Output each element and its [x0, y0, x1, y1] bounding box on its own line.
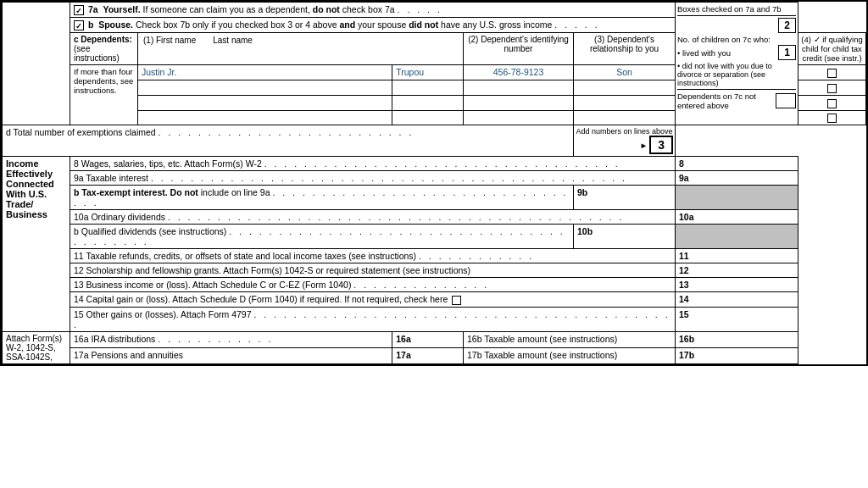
- exemptions-label: [3, 3, 70, 125]
- line9b-result: [676, 186, 798, 210]
- dep3-id: [464, 95, 574, 110]
- line16a-num: 16a: [392, 332, 464, 348]
- line14-checkbox[interactable]: [452, 296, 461, 305]
- add-numbers-value: 3: [649, 136, 673, 154]
- dep-col3-header: (3) Dependent's relationship to you: [574, 33, 676, 65]
- line9b-text: b Tax-exempt interest. Do not include on…: [70, 186, 574, 210]
- dep4-qualify-checkbox[interactable]: [798, 110, 866, 125]
- line17a-text: 17a Pensions and annuities: [70, 348, 392, 364]
- line10a-num: 10a: [676, 210, 798, 225]
- if-more-label: If more than four dependents, see instru…: [70, 65, 138, 125]
- d-label: d Total number of exemptions claimed: [6, 127, 156, 137]
- dep1-relationship: Son: [574, 65, 676, 80]
- boxes-checked-label: Boxes checked on 7a and 7b: [677, 4, 796, 16]
- income-label: Income Effectively Connected With U.S. T…: [3, 157, 70, 332]
- dep-col4-header: (4) ✓ if qualifying child for child tax …: [798, 33, 866, 65]
- dep3-qualify-checkbox[interactable]: [798, 95, 866, 110]
- 7b-label: b: [88, 19, 93, 30]
- line8-num: 8: [676, 157, 798, 171]
- dep2-id: [464, 80, 574, 96]
- dots-7b: . . . . .: [554, 19, 599, 30]
- line16a-text: 16a IRA distributions . . . . . . . . . …: [70, 332, 392, 348]
- boxes-checked-value: 2: [778, 18, 796, 33]
- 7a-checkbox[interactable]: [74, 5, 84, 15]
- line9a-text: 9a Taxable interest . . . . . . . . . . …: [70, 171, 676, 186]
- line16b-text: 16b Taxable amount (see instructions): [464, 332, 676, 348]
- lived-with-label: • lived with you: [677, 48, 731, 58]
- dep1-id: 456-78-9123: [464, 65, 574, 80]
- lived-with-value: 1: [778, 45, 796, 60]
- line13-text: 13 Business income or (loss). Attach Sch…: [70, 278, 676, 292]
- dep3-lastname: [392, 95, 464, 110]
- dep4-relationship: [574, 110, 676, 125]
- not-live-label: • did not live with you due to divorce o…: [677, 62, 796, 90]
- line12-text: 12 Scholarship and fellowship grants. At…: [70, 263, 676, 278]
- dep-col2-header: (2) Dependent's identifying number: [464, 33, 574, 65]
- 7a-description: If someone can claim you as a dependent,…: [143, 4, 395, 14]
- dep1-firstname: Justin Jr.: [138, 65, 392, 80]
- 7a-yourself-text: Yourself.: [103, 4, 140, 14]
- dep2-relationship: [574, 80, 676, 96]
- line10b-input-label: 10b: [574, 225, 676, 249]
- line16b-num: 16b: [676, 332, 798, 348]
- dep3-firstname: [138, 95, 392, 110]
- line13-num: 13: [676, 278, 798, 292]
- line10a-text: 10a Ordinary dividends . . . . . . . . .…: [70, 210, 676, 225]
- dep1-qualify-checkbox[interactable]: [798, 65, 866, 80]
- c-dependents-label: c Dependents: (see instructions): [70, 33, 138, 65]
- 7a-label: 7a: [88, 4, 98, 14]
- arrow-right-icon: ►: [640, 141, 648, 150]
- line14-num: 14: [676, 292, 798, 308]
- dep4-lastname: [392, 110, 464, 125]
- dependents-7c-label: Dependents on 7c not entered above: [677, 92, 776, 110]
- line14-text: 14 Capital gain or (loss). Attach Schedu…: [70, 292, 676, 308]
- dep3-relationship: [574, 95, 676, 110]
- 7b-checkbox[interactable]: [74, 20, 84, 30]
- d-dots: . . . . . . . . . . . . . . . . . . . . …: [159, 127, 415, 137]
- no-children-label: No. of children on 7c who:: [677, 35, 796, 44]
- line15-text: 15 Other gains or (losses). Attach Form …: [70, 308, 676, 332]
- line9a-num: 9a: [676, 171, 798, 186]
- dep2-qualify-checkbox[interactable]: [798, 80, 866, 96]
- dep2-lastname: [392, 80, 464, 96]
- dep4-id: [464, 110, 574, 125]
- line17a-num: 17a: [392, 348, 464, 364]
- dep4-firstname: [138, 110, 392, 125]
- dep-col12-header: (1) First name Last name: [138, 33, 464, 65]
- line11-num: 11: [676, 249, 798, 263]
- line9b-input-label: 9b: [574, 186, 676, 210]
- 7b-spouse-text: Spouse.: [98, 19, 133, 30]
- add-numbers-cell: Add numbers on lines above ► 3: [574, 125, 676, 157]
- attach-label: Attach Form(s) W-2, 1042-S, SSA-1042S,: [3, 332, 70, 364]
- tax-form: 7a Yourself. If someone can claim you as…: [0, 0, 868, 366]
- line15-num: 15: [676, 308, 798, 332]
- dep2-firstname: [138, 80, 392, 96]
- line17b-text: 17b Taxable amount (see instructions): [464, 348, 676, 364]
- line10b-text: b Qualified dividends (see instructions)…: [70, 225, 574, 249]
- line8-text: 8 Wages, salaries, tips, etc. Attach For…: [70, 157, 676, 171]
- dep1-lastname: Trupou: [392, 65, 464, 80]
- line17b-num: 17b: [676, 348, 798, 364]
- line12-num: 12: [676, 263, 798, 278]
- 7b-description: Check box 7b only if you checked box 3 o…: [136, 19, 552, 30]
- add-numbers-label: Add numbers on lines above: [576, 127, 673, 136]
- line11-text: 11 Taxable refunds, credits, or offsets …: [70, 249, 676, 263]
- line10b-result: [676, 225, 798, 249]
- dots-7a: . . . . .: [398, 4, 442, 14]
